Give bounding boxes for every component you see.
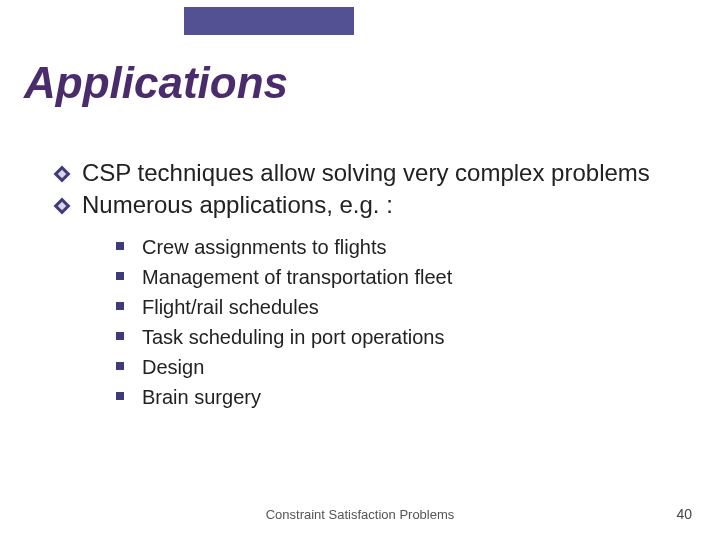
square-bullet-icon [116,272,124,280]
decorative-purple-block [184,7,354,35]
bullet-l2-text: Brain surgery [142,384,261,410]
square-bullet-icon [116,302,124,310]
bullet-l2-text: Crew assignments to flights [142,234,387,260]
bullet-l2: Flight/rail schedules [116,294,680,320]
bullet-l1-text: CSP techniques allow solving very comple… [62,158,650,188]
bullet-l2: Management of transportation fleet [116,264,680,290]
page-number: 40 [676,506,692,522]
square-bullet-icon [116,332,124,340]
sublist: Crew assignments to flights Management o… [116,234,680,410]
bullet-l1: Numerous applications, e.g. : [56,190,680,220]
bullet-l2: Task scheduling in port operations [116,324,680,350]
bullet-l2: Crew assignments to flights [116,234,680,260]
slide-title: Applications [24,58,288,108]
slide-content: CSP techniques allow solving very comple… [56,158,680,414]
bullet-l2-text: Task scheduling in port operations [142,324,444,350]
footer-text: Constraint Satisfaction Problems [0,507,720,522]
bullet-l1: CSP techniques allow solving very comple… [56,158,680,188]
bullet-l2-text: Flight/rail schedules [142,294,319,320]
bullet-l2-text: Design [142,354,204,380]
bullet-l2-text: Management of transportation fleet [142,264,452,290]
square-bullet-icon [116,242,124,250]
square-bullet-icon [116,392,124,400]
bullet-l1-text: Numerous applications, e.g. : [62,190,393,220]
bullet-l2: Design [116,354,680,380]
bullet-l2: Brain surgery [116,384,680,410]
decorative-dotted-band [0,0,720,66]
square-bullet-icon [116,362,124,370]
